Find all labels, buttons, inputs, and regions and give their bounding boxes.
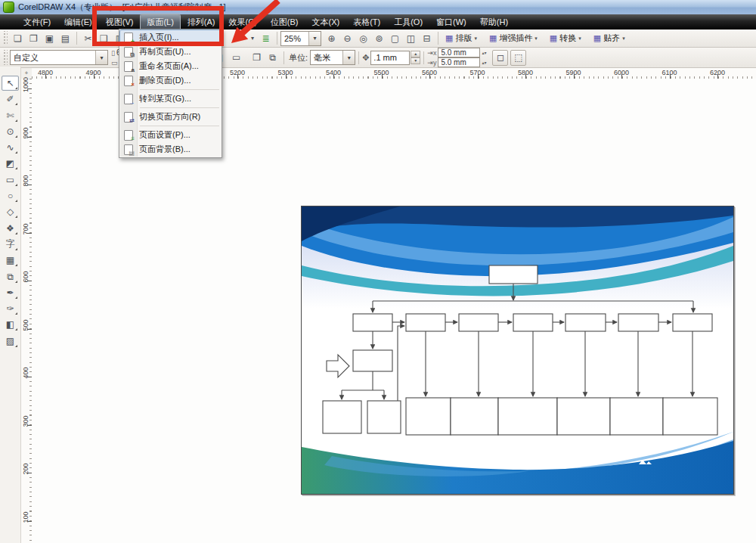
nudge-spinner[interactable]: ▴▾	[411, 51, 420, 64]
layout-menu-item[interactable]: a重命名页面(A)...	[120, 59, 221, 73]
layout-menu-item[interactable]: ▤页面背景(B)...	[120, 142, 221, 157]
interactive-fill-tool-icon[interactable]: ▨	[2, 334, 19, 349]
rectangle-tool-icon[interactable]: ▭	[2, 172, 19, 188]
landscape-orientation-button[interactable]: ▭	[228, 50, 244, 66]
zoom-height-icon[interactable]: ⊟	[419, 30, 435, 46]
polygon-tool-icon[interactable]: ◇	[2, 204, 19, 219]
crop-tool-icon[interactable]: ✄	[2, 108, 19, 123]
zoom-out-icon[interactable]: ⊖	[339, 30, 355, 46]
interactive-tool-icon[interactable]: ⧉	[2, 269, 19, 284]
plugin-dropdown-arrow-icon[interactable]: ▾	[534, 36, 538, 42]
ellipse-tool-icon[interactable]: ○	[2, 188, 19, 203]
menubar-item[interactable]: 工具(O)	[388, 14, 429, 30]
chart-bottom-box[interactable]	[557, 398, 610, 435]
shape-tool-icon[interactable]: ✐	[2, 92, 19, 107]
menubar-item[interactable]: 位图(B)	[265, 14, 305, 30]
duplicate-y-spinner[interactable]: ▴▾	[482, 60, 486, 65]
fill-tool-icon[interactable]: ◧	[2, 317, 19, 332]
copy-icon[interactable]: ❑	[96, 30, 112, 46]
menu-separator	[140, 126, 219, 126]
document-page[interactable]	[301, 206, 734, 495]
chart-bottom-box[interactable]	[406, 398, 451, 435]
chart-block-arrow[interactable]	[327, 355, 349, 377]
open-icon[interactable]: ❐	[26, 30, 42, 46]
plugin-button[interactable]: ▦增强插件▾	[485, 31, 541, 45]
current-page-button[interactable]: ⧉	[265, 50, 280, 66]
chart-top-box[interactable]	[489, 265, 538, 284]
chart-bottom-box[interactable]	[663, 398, 717, 435]
units-combobox[interactable]: 毫米 ▾	[310, 50, 355, 65]
layout-menu-item[interactable]: ×删除页面(D)...	[120, 73, 221, 88]
all-pages-button[interactable]: ❐	[249, 50, 265, 66]
application-launcher-icon[interactable]: ≣	[258, 30, 274, 46]
plugin-button[interactable]: ▦排版▾	[442, 31, 481, 45]
plugin-button[interactable]: ▦转换▾	[546, 31, 585, 45]
basic-shapes-tool-icon[interactable]: ❖	[2, 221, 19, 236]
menubar-item[interactable]: 表格(T)	[347, 14, 386, 30]
zoom-page-icon[interactable]: ▢	[387, 30, 403, 46]
layout-menu-item[interactable]: →转到某页(G)...	[120, 92, 221, 106]
print-icon[interactable]: ▤	[57, 30, 73, 46]
zoom-selected-icon[interactable]: ⊚	[371, 30, 387, 46]
duplicate-x-spinner[interactable]: ▴▾	[482, 50, 486, 55]
zoom-tool-icon[interactable]: ⊙	[2, 124, 19, 139]
menubar-item[interactable]: 编辑(E)	[58, 14, 98, 30]
menubar-item[interactable]: 文件(F)	[17, 14, 57, 30]
menubar-item[interactable]: 效果(C)	[223, 14, 263, 30]
layout-menu-item[interactable]: ⇄切换页面方向(R)	[120, 110, 221, 124]
zoom-combobox-arrow-icon[interactable]: ▾	[308, 32, 321, 45]
chart-bottomleft-box[interactable]	[323, 401, 361, 433]
layout-menu-item[interactable]: ⧉再制页面(U)...	[120, 45, 221, 59]
pick-tool-icon[interactable]: ↖	[2, 76, 19, 91]
chart-row2-box[interactable]	[565, 314, 606, 331]
eyedropper-tool-icon[interactable]: ✒	[2, 285, 19, 300]
menubar-item[interactable]: 排列(A)	[181, 14, 222, 30]
nudge-offset-field[interactable]: .1 mm	[370, 51, 410, 65]
plugin-button[interactable]: ▦贴齐▾	[590, 31, 629, 45]
new-document-icon[interactable]: ❏	[10, 30, 26, 46]
chart-row2-box[interactable]	[513, 314, 553, 331]
chart-row2-box[interactable]	[406, 314, 445, 331]
preset-combobox-arrow-icon[interactable]: ▾	[95, 51, 107, 64]
plugin-dropdown-arrow-icon[interactable]: ▾	[474, 36, 477, 42]
zoom-in-icon[interactable]: ⊕	[324, 30, 339, 46]
text-tool-icon[interactable]: 字	[2, 237, 19, 252]
duplicate-distance-y-field[interactable]: ⇥y 5.0 mm ▴▾	[427, 58, 486, 67]
chart-row2-box[interactable]	[459, 314, 498, 331]
menubar-item[interactable]: 视图(V)	[100, 14, 140, 30]
chart-row3-box[interactable]	[353, 350, 392, 371]
units-combobox-arrow-icon[interactable]: ▾	[342, 51, 355, 64]
chart-bottom-box[interactable]	[451, 398, 498, 435]
undo-dropdown-arrow[interactable]: ▾	[247, 30, 258, 46]
menubar-item[interactable]: 版面(L)	[141, 14, 179, 30]
smart-fill-tool-icon[interactable]: ◩	[2, 156, 19, 171]
chart-row2-box[interactable]	[673, 314, 712, 331]
table-tool-icon[interactable]: ▦	[2, 253, 19, 268]
duplicate-y-value: 5.0 mm	[438, 57, 480, 67]
chart-row2-box[interactable]	[618, 314, 658, 331]
layout-menu-item[interactable]: ≡页面设置(P)...	[120, 128, 221, 142]
zoom-width-icon[interactable]: ◫	[403, 30, 419, 46]
toolbox: ↖✐✄⊙∿◩▭○◇❖字▦⧉✒✑◧▨	[0, 76, 20, 349]
freehand-tool-icon[interactable]: ∿	[2, 140, 19, 155]
plugin-dropdown-arrow-icon[interactable]: ▾	[578, 36, 581, 42]
menubar-item[interactable]: 文本(X)	[305, 14, 345, 30]
zoom-actual-icon[interactable]: ◎	[355, 30, 371, 46]
plugin-dropdown-arrow-icon[interactable]: ▾	[622, 36, 625, 42]
menubar-item[interactable]: 帮助(H)	[474, 14, 514, 30]
duplicate-distance-x-field[interactable]: ⇥x 5.0 mm ▴▾	[427, 48, 486, 57]
treat-as-filled-button[interactable]: ◻	[492, 50, 508, 66]
save-icon[interactable]: ▣	[42, 30, 57, 46]
chart-bottom-box[interactable]	[610, 398, 663, 435]
chart-row2-box[interactable]	[353, 314, 392, 331]
chart-bottomleft-box[interactable]	[367, 401, 401, 433]
duplicate-y-icon: ⇥y	[427, 59, 436, 67]
zoom-level-combobox[interactable]: 25% ▾	[280, 31, 321, 46]
cut-icon[interactable]: ✂	[80, 30, 96, 46]
page-preset-combobox[interactable]: 自定义 ▾	[10, 50, 108, 65]
menubar-item[interactable]: 窗口(W)	[430, 14, 472, 30]
chart-bottom-box[interactable]	[498, 398, 557, 435]
outline-tool-icon[interactable]: ✑	[2, 301, 19, 316]
snap-options-button[interactable]: ⬚	[510, 50, 526, 66]
layout-menu-item[interactable]: +插入页(I)...	[120, 30, 221, 45]
